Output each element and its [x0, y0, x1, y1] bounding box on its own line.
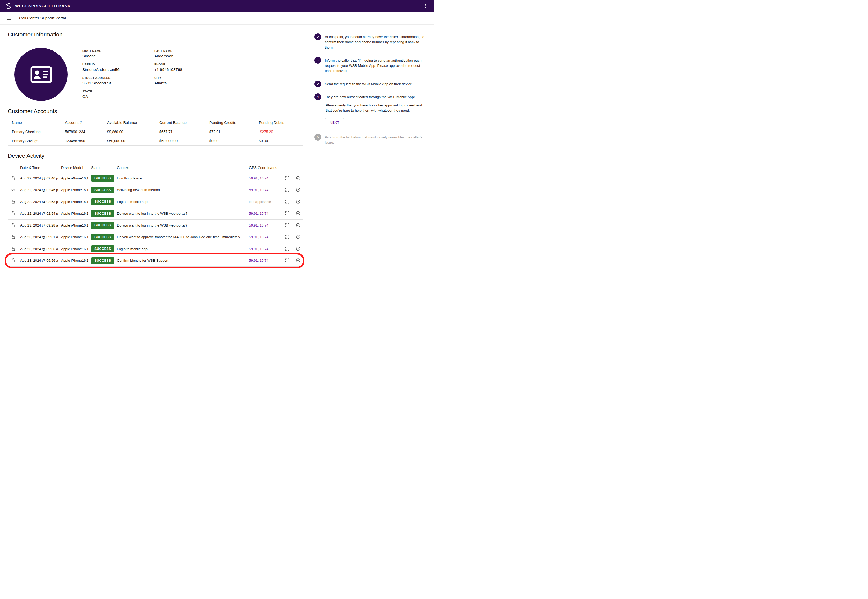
guide-step-1: At this point, you should already have t… [314, 33, 427, 57]
column-header-context: Context [114, 163, 246, 172]
guide-step-5: 5 Pick from the list below that most clo… [314, 134, 427, 152]
step-label: They are now authenticated through the W… [325, 95, 427, 100]
account-number: 5678901234 [61, 127, 103, 136]
field-label: FIRST NAME [82, 50, 154, 53]
toolbar: Call Center Support Portal [0, 12, 434, 25]
guide-step-2: Inform the caller that "I'm going to sen… [314, 57, 427, 81]
field-phone: PHONE +1 9946108768 [154, 63, 226, 72]
status-badge: SUCCESS [91, 187, 114, 194]
column-header-status: Status [88, 163, 114, 172]
unlock-icon [11, 211, 16, 216]
gps-coordinates-link[interactable]: 59.91, 10.74 [249, 188, 268, 192]
verify-row-button[interactable] [295, 222, 301, 228]
device-activity-row: Aug 23, 2024 @ 09:31 am Apple iPhone16,1… [8, 231, 303, 243]
kebab-menu-icon [423, 3, 428, 9]
verified-icon [296, 223, 301, 228]
pending-credits: $0.00 [205, 136, 255, 146]
gps-coordinates-link[interactable]: 59.91, 10.74 [249, 235, 268, 239]
activity-device-model: Apple iPhone16,1 [58, 208, 88, 220]
gps-coordinates-link[interactable]: 59.91, 10.74 [249, 211, 268, 215]
activity-device-model: Apple iPhone16,1 [58, 220, 88, 232]
verify-row-button[interactable] [295, 199, 301, 205]
expand-row-button[interactable] [284, 222, 290, 228]
hamburger-icon [6, 15, 12, 21]
unlock-icon [11, 247, 16, 251]
expand-row-button[interactable] [284, 257, 290, 263]
expand-row-button[interactable] [284, 234, 290, 240]
app-bar: WEST SPRINGFIELD BANK [0, 0, 434, 12]
expand-icon [285, 199, 290, 204]
field-value: Atlanta [154, 81, 226, 86]
step-connector [318, 65, 318, 79]
id-card-icon [28, 62, 54, 87]
activity-datetime: Aug 23, 2024 @ 09:28 am [17, 220, 58, 232]
expand-row-button[interactable] [284, 210, 290, 217]
verify-row-button[interactable] [295, 210, 301, 217]
activity-device-model: Apple iPhone16,1 [58, 231, 88, 243]
device-activity-row: Aug 22, 2024 @ 02:53 pm Apple iPhone16,1… [8, 196, 303, 208]
activity-datetime: Aug 22, 2024 @ 02:53 pm [17, 196, 58, 208]
verify-row-button[interactable] [295, 246, 301, 252]
expand-row-button[interactable] [284, 246, 290, 252]
verified-icon [296, 199, 301, 204]
gps-not-applicable: Not applicable [249, 200, 271, 204]
device-activity-table: Date & Time Device Model Status Context … [8, 163, 303, 266]
step-number-icon: 4 [314, 93, 321, 100]
verify-row-button[interactable] [295, 187, 301, 193]
expand-icon [285, 258, 290, 263]
portal-title: Call Center Support Portal [19, 16, 66, 20]
expand-row-button[interactable] [284, 199, 290, 205]
gps-coordinates-link[interactable]: 59.91, 10.74 [249, 176, 268, 180]
expand-icon [285, 187, 290, 192]
field-value: SimoneAndersson56 [82, 67, 154, 72]
field-label: STATE [82, 90, 154, 93]
field-label: PHONE [154, 63, 226, 66]
account-row: Primary Savings 1234567890 $50,000.00 $5… [8, 136, 303, 146]
customer-avatar [15, 48, 68, 101]
column-header-available-balance: Available Balance [103, 118, 155, 127]
step-connector [318, 89, 318, 92]
step-label: Send the request to the WSB Mobile App o… [325, 81, 413, 93]
device-activity-row: Aug 23, 2024 @ 09:36 am Apple iPhone16,1… [8, 243, 303, 255]
gps-coordinates-link[interactable]: 59.91, 10.74 [249, 223, 268, 227]
device-activity-row: Aug 22, 2024 @ 02:46 pm Apple iPhone16,1… [8, 172, 303, 184]
verified-icon [296, 258, 301, 263]
customer-fields: FIRST NAME Simone LAST NAME Andersson US… [82, 48, 226, 101]
account-number: 1234567890 [61, 136, 103, 146]
field-state: STATE GA [82, 90, 154, 99]
gps-coordinates-link[interactable]: 59.91, 10.74 [249, 259, 268, 262]
field-label: CITY [154, 76, 226, 80]
verify-row-button[interactable] [295, 257, 301, 263]
step-label: Pick from the list below that most close… [325, 134, 427, 152]
pending-debits: $0.00 [255, 136, 303, 146]
expand-icon [285, 223, 290, 228]
column-header-pending-credits: Pending Credits [205, 118, 255, 127]
verify-row-button[interactable] [295, 234, 301, 240]
verify-row-button[interactable] [295, 175, 301, 181]
activity-datetime: Aug 22, 2024 @ 02:46 pm [17, 184, 58, 196]
bank-name: WEST SPRINGFIELD BANK [15, 4, 71, 8]
gps-coordinates-link[interactable]: 59.91, 10.74 [249, 247, 268, 251]
step-completed-icon [314, 33, 321, 40]
column-header-device-model: Device Model [58, 163, 88, 172]
hamburger-menu-button[interactable] [5, 14, 13, 22]
guide-step-3: Send the request to the WSB Mobile App o… [314, 81, 427, 93]
available-balance: $9,860.00 [103, 127, 155, 136]
expand-icon [285, 211, 290, 216]
device-activity-row: Aug 23, 2024 @ 09:28 am Apple iPhone16,1… [8, 220, 303, 232]
expand-row-button[interactable] [284, 187, 290, 193]
expand-row-button[interactable] [284, 175, 290, 181]
kebab-menu-button[interactable] [422, 2, 429, 10]
next-button[interactable]: NEXT [325, 118, 344, 127]
section-divider [8, 101, 303, 101]
column-header-empty [8, 163, 17, 172]
unlock-icon [11, 235, 16, 239]
customer-information-section: FIRST NAME Simone LAST NAME Andersson US… [8, 48, 303, 101]
activity-device-model: Apple iPhone16,1 [58, 172, 88, 184]
verified-icon [296, 187, 301, 192]
unlock-icon [11, 199, 16, 204]
activity-context: Enrolling device [114, 172, 246, 184]
step-connector [318, 101, 318, 132]
column-header-pending-debits: Pending Debits [255, 118, 303, 127]
status-badge: SUCCESS [91, 234, 114, 241]
